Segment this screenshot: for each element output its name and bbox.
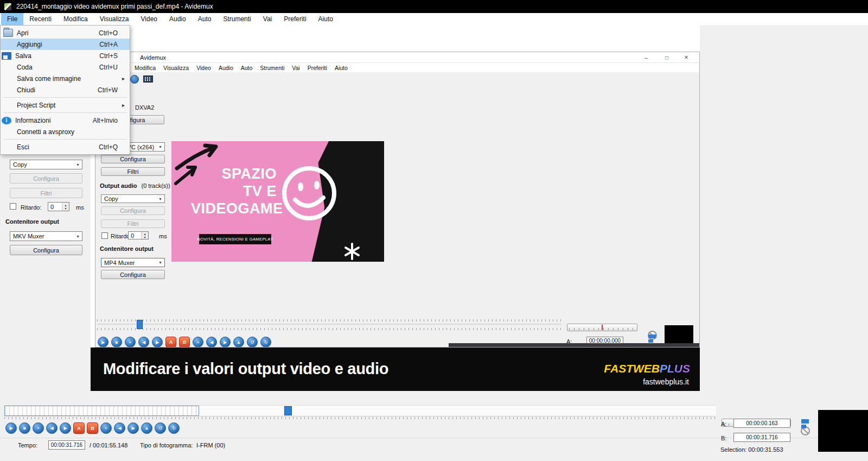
menu-item-aggiungi[interactable]: Aggiungi Ctrl+A [1, 39, 130, 50]
menu-item-chiudi[interactable]: Chiudi Ctrl+W [1, 84, 130, 96]
inner-menu-preferiti: Preferiti [304, 63, 331, 72]
inner-menu-visualizza: Visualizza [159, 63, 193, 72]
tempo-label: Tempo: [18, 442, 37, 449]
menu-file[interactable]: File [1, 13, 23, 25]
menu-visualizza[interactable]: Visualizza [94, 13, 135, 25]
next-black-frame-button[interactable]: ▶ [127, 422, 139, 434]
jump-forward-button: ↻ [260, 337, 271, 348]
recorded-toolbar [95, 72, 699, 86]
container-section-label: Contenitore output [100, 245, 154, 252]
menu-recenti[interactable]: Recenti [23, 13, 58, 25]
menu-item-project-script[interactable]: Project Script ▸ [1, 99, 130, 111]
recorded-timeline-handle [137, 320, 143, 329]
audio-configura-button[interactable]: Configura [10, 173, 82, 184]
chevron-down-icon [74, 162, 82, 167]
point-b-field[interactable]: 00:00:31.716 [733, 433, 790, 442]
ritardo-checkbox[interactable] [10, 203, 16, 210]
frame-forward-button[interactable]: ▶ [60, 422, 71, 434]
menu-item-coda[interactable]: Coda Ctrl+U [1, 61, 130, 73]
inner-menu-aiuto: Aiuto [331, 63, 352, 72]
first-frame-button: ▲ [233, 337, 244, 348]
dark-strip [449, 343, 700, 348]
muxer-configura-button: Configura [101, 270, 165, 279]
blank-icon [3, 63, 13, 71]
submenu-arrow-icon: ▸ [122, 102, 125, 108]
menu-strumenti[interactable]: Strumenti [217, 13, 257, 25]
prev-black-frame-button: ◀ [206, 337, 217, 348]
file-menu: Apri Ctrl+O Aggiungi Ctrl+A Salva Ctrl+S… [0, 25, 130, 155]
audio-codec-select: Copy [101, 194, 165, 203]
frame-back-button: ◀ [138, 337, 149, 348]
timeline-ticks [4, 417, 716, 419]
menu-modifica[interactable]: Modifica [58, 13, 94, 25]
menu-auto[interactable]: Auto [192, 13, 218, 25]
caption-banner: Modificare i valori output video e audio… [91, 348, 700, 391]
recorded-timeline-ticks [97, 328, 561, 330]
muxer-select[interactable]: MKV Muxer [10, 231, 82, 241]
menu-preferiti[interactable]: Preferiti [278, 13, 312, 25]
video-thumbnail: SPAZIO TV E VIDEOGAME NOVITÀ, RECENSIONI… [171, 141, 384, 262]
chevron-down-icon [74, 234, 82, 239]
chevron-down-icon [156, 260, 164, 265]
smiley-icon [279, 163, 340, 224]
menu-separator [3, 112, 127, 113]
first-frame-button[interactable]: ▲ [141, 422, 152, 434]
tempo-total: / 00:01:55.148 [90, 442, 127, 449]
spinner-arrows-icon [62, 203, 69, 211]
ritardo-value: 0 [48, 203, 62, 211]
inner-menu-vai: Vai [288, 63, 303, 72]
muxer-configura-button[interactable]: Configura [10, 245, 82, 255]
audio-filtri-button[interactable]: Filtri [10, 188, 82, 198]
audio-meter [801, 419, 809, 424]
ritardo-spinner[interactable]: 0 [48, 202, 69, 211]
window-title: 220414_montaggio video avidemux primi pa… [16, 3, 213, 10]
menu-item-informazioni[interactable]: Informazioni Alt+Invio [1, 115, 130, 126]
tempo-field[interactable]: 00:00:31.716 [48, 440, 85, 450]
menu-item-apri[interactable]: Apri Ctrl+O [1, 27, 130, 39]
point-a-label: A: [721, 421, 726, 427]
menu-item-salva[interactable]: Salva Ctrl+S [1, 50, 130, 61]
menu-vai[interactable]: Vai [257, 13, 278, 25]
audio-codec-select[interactable]: Copy [10, 160, 82, 169]
mini-preview [665, 325, 693, 345]
recorded-timeline-ticks [97, 319, 561, 321]
blank-icon [3, 74, 13, 83]
recorded-menubar: ModificaVisualizzaVideoAudioAutoStrument… [95, 63, 699, 72]
timeline[interactable] [4, 405, 716, 416]
chevron-down-icon [156, 144, 164, 149]
ritardo-unit: ms [76, 204, 84, 211]
marker-a-button[interactable]: A [73, 422, 85, 434]
jump-forward-button[interactable]: ↻ [168, 422, 180, 434]
menu-aiuto[interactable]: Aiuto [312, 13, 339, 25]
menu-item-esci[interactable]: Esci Ctrl+Q [1, 141, 130, 153]
menu-video[interactable]: Video [135, 13, 163, 25]
marker-b-button: B [179, 337, 190, 348]
stop-button[interactable]: ■ [19, 422, 30, 434]
next-keyframe-button[interactable]: » [100, 422, 112, 434]
video-canvas: Avidemux – □ × ModificaVisualizzaVideoAu… [91, 25, 700, 391]
audio-configura-button: Configura [101, 206, 165, 215]
audio-meter [801, 425, 806, 428]
menu-item-connetti-a-avsproxy[interactable]: Connetti a avsproxy [1, 126, 130, 137]
prev-keyframe-button[interactable]: « [33, 422, 44, 434]
frame-back-button[interactable]: ◀ [46, 422, 58, 434]
timeline-handle[interactable] [284, 406, 292, 415]
menu-audio[interactable]: Audio [163, 13, 192, 25]
transport-controls: ▶■«◀▶AB»◀▶▲↺↻ [5, 422, 180, 434]
recorded-transport-controls: ▶■«◀▶AB»◀▶▲↺↻ [98, 337, 271, 348]
marker-b-button[interactable]: B [87, 422, 98, 434]
video-filtri-button: Filtri [101, 167, 165, 176]
play-button[interactable]: ▶ [5, 422, 17, 434]
point-a-field[interactable]: 00:00:00.163 [733, 419, 790, 428]
prev-keyframe-button: « [125, 337, 136, 348]
info-icon [130, 75, 139, 84]
prev-black-frame-button[interactable]: ◀ [114, 422, 125, 434]
video-configura-button: Configura [101, 155, 165, 163]
jump-back-button[interactable]: ↺ [155, 422, 166, 434]
brand-site: fastwebplus.it [643, 377, 689, 386]
recorded-volume-slider [567, 324, 637, 331]
menu-item-salva-come-immagine[interactable]: Salva come immagine ▸ [1, 73, 130, 84]
ritardo-checkbox [101, 232, 108, 239]
recorded-avidemux-window: Avidemux – □ × ModificaVisualizzaVideoAu… [95, 52, 700, 348]
stop-button: ■ [111, 337, 122, 348]
